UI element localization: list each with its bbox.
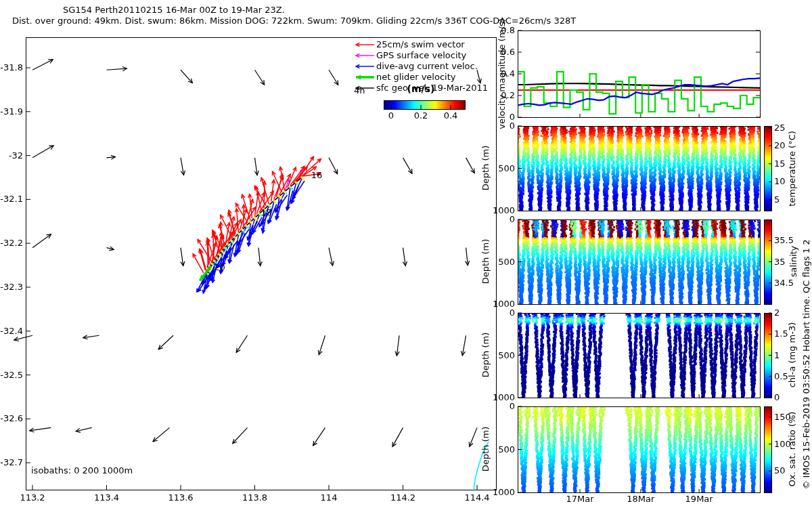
colorbar-tick-label: 35.5	[774, 235, 794, 246]
map-y-tick-label: -31.9	[0, 106, 23, 117]
map-x-tick-label: 113.2	[20, 492, 45, 503]
map-y-tick-label: -32.1	[0, 194, 23, 205]
plot-title: SG154 Perth20110215 16-Mar 00Z to 19-Mar…	[63, 5, 285, 15]
map-x-tick-label: 113.4	[94, 492, 119, 503]
depth-tick-label: 500	[498, 350, 515, 361]
colorbar-tick-label: 0	[774, 392, 780, 403]
map-y-tick-label: -32.3	[0, 282, 23, 293]
track-dive-label: 18	[261, 207, 272, 218]
legend-entry-label: dive-avg current veloc.	[376, 61, 478, 72]
velocity-y-tick-label: 0.4	[501, 68, 515, 79]
colorbar-title-salinity: salinity	[788, 246, 798, 278]
depth-tick-label: 500	[498, 163, 515, 174]
velocity-y-tick-label: 0.8	[501, 25, 515, 36]
legend-duration-label: 4h	[354, 85, 365, 96]
depth-axis-label-oxygen: Depth (m)	[480, 427, 491, 472]
legend-entry-label: net glider velocity	[376, 72, 455, 83]
colorbar-tick-label: 0.5	[774, 371, 788, 382]
date-tick-label: 19Mar	[685, 494, 713, 505]
track-dive-label: 16	[311, 170, 323, 181]
isobaths-label: isobaths: 0 200 1000m	[31, 465, 133, 476]
depth-axis-label-temperature: Depth (m)	[480, 146, 491, 191]
colorbar-tick-label: 150	[774, 412, 791, 423]
attribution-text: © IMOS 15-Feb-2019 03:50:52 Hobart time.…	[801, 239, 811, 489]
legend-colorbar-tick: 0.2	[414, 110, 428, 121]
depth-tick-label: 500	[498, 444, 515, 455]
map-y-tick-label: -32.2	[0, 238, 23, 249]
legend-colorbar-tick: 0.4	[444, 110, 458, 121]
map-x-tick-label: 113.6	[168, 492, 193, 503]
map-x-tick-label: 113.8	[242, 492, 267, 503]
date-tick-label: 18Mar	[627, 494, 654, 505]
colorbar-tick-label: 34.5	[774, 278, 794, 289]
colorbar-title-chla: chl-a (mg m-3)	[787, 322, 797, 388]
map-y-tick-label: -32.5	[0, 370, 23, 381]
colorbar-tick-label: 100	[774, 439, 791, 450]
colorbar-tick-label: 1.5	[774, 329, 788, 339]
map-y-tick-label: -31.8	[0, 62, 23, 73]
figure-root: { "header": { "title": "SG154 Perth20110…	[0, 0, 812, 508]
map-y-tick-label: -32	[9, 150, 23, 161]
plot-subtitle: Dist. over ground: 49km. Dist. swum: 86k…	[12, 16, 576, 26]
date-tick-label: 17Mar	[566, 494, 593, 505]
colorbar-tick-label: 1	[774, 350, 780, 361]
depth-axis-label-chla: Depth (m)	[480, 333, 491, 378]
colorbar-tick-label: 50	[774, 465, 786, 476]
colorbar-title-temperature: temperature (°C)	[787, 131, 797, 207]
depth-tick-label: 0	[510, 214, 515, 225]
colorbar-tick-label: 5	[774, 194, 780, 205]
map-x-tick-label: 114	[321, 492, 338, 503]
colorbar-tick-label: 20	[774, 140, 786, 151]
map-x-tick-label: 114.4	[464, 492, 489, 503]
depth-tick-label: 1000	[493, 487, 515, 498]
colorbar-tick-label: 15	[774, 158, 786, 169]
depth-axis-label-salinity: Depth (m)	[480, 239, 491, 284]
legend-entry-label: GPS surface velocity	[376, 50, 466, 61]
velocity-y-tick-label: 0.2	[501, 90, 515, 101]
depth-tick-label: 500	[498, 257, 515, 268]
depth-tick-label: 0	[510, 401, 515, 412]
depth-tick-label: 0	[510, 121, 515, 131]
map-y-tick-label: -32.4	[0, 326, 23, 337]
map-y-tick-label: -32.6	[0, 413, 23, 424]
track-dive-label: 20	[214, 262, 225, 273]
colorbar-tick-label: 35	[774, 257, 786, 268]
colorbar-tick-label: 25	[774, 123, 786, 133]
colorbar-tick-label: 10	[774, 176, 786, 187]
legend-colorbar-tick: 0	[388, 110, 394, 121]
legend-entry-label: 25cm/s swim vector	[376, 39, 465, 50]
velocity-y-tick-label: 0.6	[501, 47, 515, 58]
colorbar-tick-label: 2	[774, 308, 780, 318]
depth-tick-label: 0	[510, 308, 515, 318]
map-x-tick-label: 114.2	[390, 492, 415, 503]
legend-entry-label: sfc geo. vel. 19-Mar-2011	[376, 83, 488, 93]
map-y-tick-label: -32.7	[0, 457, 23, 468]
